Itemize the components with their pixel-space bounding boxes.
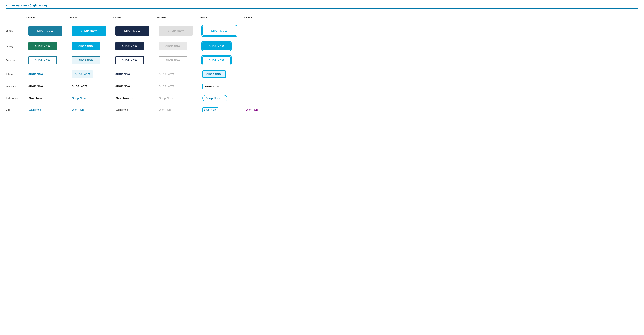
cell-tetriary-hover: SHOP NOW — [70, 67, 114, 81]
page-title: Proposing States (Light Mode) — [6, 4, 638, 7]
cell-tetriary-clicked: SHOP NOW — [114, 67, 157, 81]
row-label-special: Special — [6, 26, 26, 36]
cell-arrow-disabled: Shop Now → — [157, 94, 200, 103]
btn-arrow-disabled: Shop Now → — [159, 97, 177, 100]
btn-arrow-clicked[interactable]: Shop Now → — [115, 97, 134, 100]
btn-tetriary-clicked[interactable]: SHOP NOW — [115, 70, 130, 78]
cell-secondary-default: SHOP NOW — [26, 53, 70, 67]
btn-secondary-hover[interactable]: SHOP NOW — [72, 56, 100, 64]
btn-secondary-clicked[interactable]: SHOP NOW — [115, 56, 144, 64]
btn-arrow-disabled-label: Shop Now — [159, 97, 173, 100]
btn-text-focus[interactable]: SHOP NOW — [202, 84, 221, 89]
cell-secondary-focus: SHOP NOW — [200, 53, 244, 67]
cell-secondary-disabled: SHOP NOW — [157, 53, 200, 67]
btn-arrow-focus-icon: → — [221, 97, 224, 100]
btn-arrow-default[interactable]: Shop Now → — [28, 97, 46, 100]
cell-text-default: SHOP NOW — [26, 82, 70, 91]
btn-tetriary-default[interactable]: SHOP NOW — [28, 70, 44, 78]
cell-link-default: Learn more — [26, 105, 70, 114]
col-header-row — [6, 16, 26, 21]
row-label-text-arrow: Text + Arrow — [6, 93, 26, 103]
title-divider — [6, 8, 638, 9]
btn-arrow-hover[interactable]: Shop Now → — [72, 97, 90, 100]
link-hover[interactable]: Learn more — [72, 108, 84, 111]
cell-special-hover: SHOP NOW — [70, 23, 114, 39]
cell-arrow-focus: Shop Now → — [200, 92, 244, 104]
btn-arrow-default-icon: → — [44, 97, 46, 100]
cell-special-visited — [244, 28, 278, 34]
btn-arrow-clicked-label: Shop Now — [115, 97, 129, 100]
btn-arrow-default-label: Shop Now — [28, 97, 42, 100]
row-label-text-button: Text Button — [6, 81, 26, 92]
row-label-secondary: Secondary — [6, 55, 26, 66]
btn-tetriary-disabled: SHOP NOW — [159, 70, 174, 78]
cell-special-default: SHOP NOW — [26, 23, 70, 39]
cell-primary-hover: SHOP NOW — [70, 39, 114, 53]
btn-text-default[interactable]: SHOP NOW — [28, 85, 44, 88]
cell-tetriary-focus: SHOP NOW — [200, 67, 244, 81]
btn-tetriary-focus[interactable]: SHOP NOW — [202, 70, 226, 78]
btn-special-default[interactable]: SHOP NOW — [28, 26, 62, 36]
col-header-focus: Focus — [200, 14, 244, 23]
col-header-clicked: Clicked — [114, 14, 157, 23]
link-focus[interactable]: Learn more — [202, 107, 218, 112]
cell-link-disabled: Learn more — [157, 105, 200, 114]
btn-arrow-focus[interactable]: Shop Now → — [202, 95, 227, 101]
button-states-grid: Default Hover Clicked Disabled Focus Vis… — [6, 14, 638, 115]
btn-tetriary-hover[interactable]: SHOP NOW — [72, 70, 93, 78]
btn-primary-focus[interactable]: SHOP NOW — [202, 42, 231, 50]
row-label-primary: Primary — [6, 41, 26, 51]
cell-text-focus: SHOP NOW — [200, 81, 244, 92]
cell-tetriary-visited — [244, 71, 278, 77]
btn-special-hover[interactable]: SHOP NOW — [72, 26, 106, 36]
cell-special-focus: SHOP NOW — [200, 23, 244, 39]
btn-text-disabled: SHOP NOW — [159, 85, 174, 88]
cell-text-clicked: SHOP NOW — [114, 82, 157, 91]
btn-special-clicked[interactable]: SHOP NOW — [115, 26, 149, 36]
cell-link-clicked: Learn more — [114, 105, 157, 114]
link-clicked[interactable]: Learn more — [115, 108, 128, 111]
btn-primary-default[interactable]: SHOP NOW — [28, 42, 57, 50]
cell-tetriary-default: SHOP NOW — [26, 67, 70, 81]
cell-arrow-default: Shop Now → — [26, 94, 70, 103]
cell-text-disabled: SHOP NOW — [157, 82, 200, 91]
cell-primary-focus: SHOP NOW — [200, 39, 244, 53]
row-label-link: Link — [6, 105, 26, 115]
cell-link-focus: Learn more — [200, 104, 244, 115]
col-header-hover: Hover — [70, 14, 114, 23]
cell-primary-disabled: SHOP NOW — [157, 39, 200, 53]
cell-text-visited — [244, 84, 278, 90]
col-header-visited: Visited — [244, 14, 278, 23]
cell-special-disabled: SHOP NOW — [157, 23, 200, 39]
cell-arrow-visited — [244, 95, 278, 101]
row-label-tetriary: Tetriary — [6, 69, 26, 79]
btn-special-focus[interactable]: SHOP NOW — [202, 26, 236, 36]
cell-tetriary-disabled: SHOP NOW — [157, 67, 200, 81]
link-disabled: Learn more — [159, 108, 171, 111]
btn-text-clicked[interactable]: SHOP NOW — [115, 85, 130, 88]
cell-special-clicked: SHOP NOW — [114, 23, 157, 39]
cell-primary-clicked: SHOP NOW — [114, 39, 157, 53]
cell-link-hover: Learn more — [70, 105, 114, 114]
btn-special-disabled: SHOP NOW — [159, 26, 193, 36]
link-default[interactable]: Learn more — [28, 108, 41, 111]
btn-arrow-clicked-icon: → — [131, 97, 134, 100]
btn-secondary-disabled: SHOP NOW — [159, 56, 187, 64]
cell-arrow-clicked: Shop Now → — [114, 94, 157, 103]
btn-arrow-hover-label: Shop Now — [72, 97, 86, 100]
col-header-default: Default — [26, 14, 70, 23]
link-visited[interactable]: Learn more — [246, 108, 258, 111]
col-header-disabled: Disabled — [157, 14, 200, 23]
btn-primary-clicked[interactable]: SHOP NOW — [115, 42, 144, 50]
btn-arrow-focus-label: Shop Now — [206, 97, 220, 100]
cell-secondary-visited — [244, 57, 278, 63]
cell-secondary-clicked: SHOP NOW — [114, 53, 157, 67]
btn-arrow-hover-icon: → — [87, 97, 90, 100]
btn-secondary-focus[interactable]: SHOP NOW — [202, 56, 231, 64]
btn-primary-disabled: SHOP NOW — [159, 42, 187, 50]
btn-primary-hover[interactable]: SHOP NOW — [72, 42, 100, 50]
cell-arrow-hover: Shop Now → — [70, 94, 114, 103]
btn-secondary-default[interactable]: SHOP NOW — [28, 56, 57, 64]
btn-text-hover[interactable]: SHOP NOW — [72, 85, 87, 88]
cell-primary-visited — [244, 43, 278, 49]
